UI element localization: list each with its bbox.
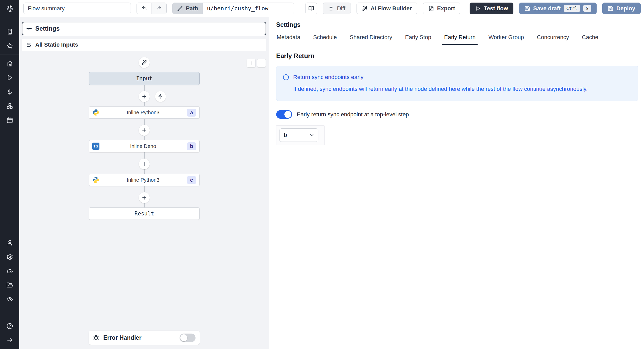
folders-icon[interactable] — [6, 282, 13, 289]
favorites-star-icon[interactable] — [6, 42, 13, 49]
typescript-icon: TS — [92, 143, 99, 150]
all-static-inputs-row[interactable]: All Static Inputs — [22, 39, 266, 51]
test-flow-button[interactable]: Test flow — [470, 3, 513, 14]
wand-icon — [141, 60, 147, 65]
deploy-label: Deploy — [616, 5, 635, 12]
python-icon — [92, 109, 99, 116]
flow-node-b[interactable]: TS Inline Deno b — [89, 140, 200, 152]
flow-node-a[interactable]: Inline Python3 a — [89, 106, 200, 119]
settings-gear-icon[interactable] — [6, 254, 13, 260]
flow-node-c[interactable]: Inline Python3 c — [89, 174, 200, 186]
rail-footer-group — [6, 323, 13, 344]
insert-step-button-1[interactable] — [139, 91, 150, 102]
plus-icon — [141, 161, 147, 167]
redo-button[interactable] — [151, 3, 166, 14]
error-handler-row[interactable]: Error Handler — [89, 331, 200, 345]
lightning-icon — [158, 94, 163, 99]
rail-top-group — [6, 28, 13, 49]
tab-cache[interactable]: Cache — [581, 33, 599, 45]
docs-book-button[interactable] — [305, 3, 317, 14]
python-icon — [92, 176, 99, 184]
windmill-logo[interactable] — [0, 0, 19, 17]
info-box-body: If defined, sync endpoints will return e… — [293, 86, 632, 92]
user-icon[interactable] — [6, 239, 13, 246]
insert-step-button-3[interactable] — [139, 159, 150, 169]
tab-early-return[interactable]: Early Return — [444, 33, 476, 45]
flow-node-input-label: Input — [92, 75, 196, 82]
deploy-button[interactable]: Deploy — [602, 3, 641, 14]
test-flow-label: Test flow — [484, 5, 508, 12]
export-button[interactable]: Export — [423, 3, 461, 14]
step-select-container: b — [276, 125, 325, 145]
insert-step-button-2[interactable] — [139, 125, 150, 136]
save-draft-button[interactable]: Save draft Ctrl S — [519, 3, 597, 14]
diff-plus-minus-icon — [328, 6, 334, 11]
export-button-label: Export — [437, 5, 455, 12]
variables-dollar-icon[interactable] — [6, 89, 13, 95]
undo-button[interactable] — [137, 3, 151, 14]
save-draft-label: Save draft — [533, 5, 561, 12]
info-box-header: Return sync endpoints early — [283, 74, 632, 81]
flow-node-c-badge: c — [187, 176, 196, 184]
flow-node-input[interactable]: Input — [89, 72, 200, 85]
plus-icon — [141, 94, 147, 99]
zoom-out-button[interactable] — [257, 59, 266, 67]
flow-node-a-badge: a — [187, 109, 196, 117]
rail-account-group — [6, 239, 13, 303]
kbd-ctrl: Ctrl — [564, 5, 580, 12]
redo-icon — [156, 6, 162, 11]
all-static-inputs-label: All Static Inputs — [35, 41, 78, 48]
tab-worker-group[interactable]: Worker Group — [488, 33, 524, 45]
path-label: Path — [173, 3, 203, 14]
pencil-icon — [177, 6, 183, 11]
collapse-arrow-right-icon[interactable] — [6, 337, 13, 344]
ai-bot-icon[interactable] — [6, 268, 13, 274]
chevron-down-icon — [309, 132, 315, 138]
tab-schedule[interactable]: Schedule — [313, 33, 337, 45]
trigger-lightning-button[interactable] — [155, 91, 166, 102]
schedules-calendar-icon[interactable] — [6, 117, 13, 124]
path-label-text: Path — [186, 5, 198, 12]
tab-concurrency[interactable]: Concurrency — [536, 33, 570, 45]
flow-path-input[interactable] — [203, 3, 294, 14]
diff-button-label: Diff — [337, 5, 345, 12]
error-handler-label: Error Handler — [103, 334, 175, 341]
info-icon — [283, 74, 289, 81]
toggle-knob — [284, 111, 291, 118]
undo-icon — [141, 6, 147, 11]
ai-flow-builder-button[interactable]: AI Flow Builder — [357, 3, 417, 14]
diff-button[interactable]: Diff — [323, 3, 351, 14]
tab-early-stop[interactable]: Early Stop — [405, 33, 432, 45]
ai-flow-builder-label: AI Flow Builder — [371, 5, 412, 12]
flow-node-c-label: Inline Python3 — [99, 177, 187, 183]
settings-panel-title: Settings — [276, 21, 644, 28]
tab-metadata[interactable]: Metadata — [276, 33, 301, 45]
main-column: Path Diff AI Flow Builder Export — [19, 0, 644, 349]
resources-boxes-icon[interactable] — [6, 103, 13, 109]
step-select[interactable]: b — [279, 128, 318, 142]
workspace-building-icon[interactable] — [6, 28, 13, 35]
flow-settings-selector[interactable]: Settings — [22, 22, 266, 35]
book-open-icon — [308, 6, 314, 11]
error-handler-toggle[interactable] — [180, 334, 196, 342]
ai-edit-wand-button[interactable] — [139, 57, 150, 68]
early-return-toggle[interactable] — [276, 110, 292, 119]
flow-node-result[interactable]: Result — [89, 207, 200, 220]
app-window: Path Diff AI Flow Builder Export — [0, 0, 644, 349]
early-return-toggle-row: Early return sync endpoint at a top-leve… — [276, 110, 644, 119]
dollar-icon — [26, 42, 32, 48]
plus-icon — [141, 127, 147, 133]
save-icon — [524, 6, 530, 11]
left-nav-rail — [0, 0, 19, 349]
flow-summary-input[interactable] — [23, 3, 131, 14]
runs-play-icon[interactable] — [6, 74, 13, 81]
zoom-in-button[interactable] — [247, 59, 256, 67]
tab-shared-directory[interactable]: Shared Directory — [349, 33, 393, 45]
kbd-s: S — [583, 5, 591, 12]
insert-step-button-4[interactable] — [139, 192, 150, 203]
home-icon[interactable] — [6, 60, 13, 67]
audit-eye-icon[interactable] — [6, 296, 13, 303]
bug-icon — [93, 335, 99, 341]
info-box-title: Return sync endpoints early — [293, 74, 363, 81]
help-icon[interactable] — [6, 323, 13, 329]
